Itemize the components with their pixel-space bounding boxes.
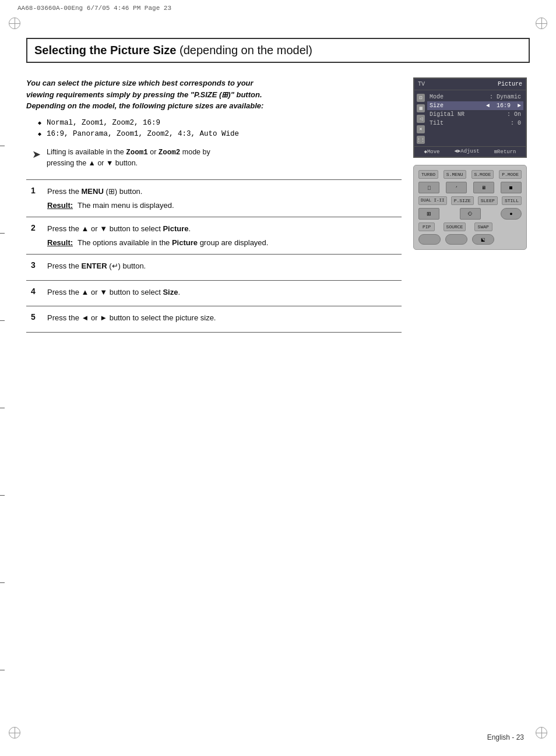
right-column: TV Picture ⊡ ▦ (413, 77, 530, 333)
remote-oval-2[interactable] (445, 234, 467, 245)
remote-row-3: PIP SOURCE SWAP (418, 222, 522, 231)
step-instruction-4: Press the ▲ or ▼ button to select Size. (47, 287, 397, 298)
remote-container: TURBO S.MENU S.MODE P.MODE ⎕ ⎖ 🖥 ⏹ (413, 165, 530, 250)
tv-icon-2: ▦ (417, 104, 425, 112)
tv-icon-5: ⋮⋮ (417, 136, 425, 144)
remote-btn-smode[interactable]: S.MODE (471, 170, 494, 179)
tick-mark-2 (0, 233, 5, 234)
page-container: AA68-03660A-00Eng 6/7/05 4:46 PM Page 23… (0, 0, 556, 756)
remote-btn-pmode[interactable]: P.MODE (499, 170, 522, 179)
remote-btn-sleep[interactable]: SLEEP (478, 196, 498, 205)
remote-icons-row-1: ⎕ ⎖ 🖥 ⏹ (418, 182, 522, 193)
tv-dnr-value: : On (507, 111, 521, 118)
intro-paragraph: You can select the picture size which be… (26, 77, 402, 112)
bullet-item-1: Normal, Zoom1, Zoom2, 16:9 (38, 119, 402, 127)
title-box: Selecting the Picture Size (depending on… (26, 38, 530, 63)
step-row-1: 1 Press the MENU (⊞) button. Result: The… (26, 180, 402, 217)
step-row-5: 5 Press the ◄ or ► button to select the … (26, 306, 402, 333)
tv-menu-items: Mode : Dynamic Size ◄ 16:9 ► (427, 93, 523, 144)
tv-picture-label: Picture (498, 81, 522, 87)
bullet-list: Normal, Zoom1, Zoom2, 16:9 16:9, Panoram… (38, 119, 402, 138)
content-layout: You can select the picture size which be… (26, 77, 530, 333)
result-text-2: The options available in the Picture gro… (78, 237, 268, 249)
tv-dnr-label: Digital NR (430, 111, 464, 118)
remote-icon-3[interactable]: 🖥 (473, 182, 494, 193)
step-row-4: 4 Press the ▲ or ▼ button to select Size… (26, 280, 402, 306)
remote-spacer (501, 222, 522, 231)
remote-btn-source[interactable]: SOURCE (444, 222, 466, 231)
remote-btn-smenu[interactable]: S.MENU (444, 170, 466, 179)
tv-row-tilt: Tilt : 0 (427, 119, 523, 128)
tv-icon-4: ✕ (417, 125, 425, 133)
page-title: Selecting the Picture Size (depending on… (34, 44, 312, 56)
file-header: AA68-03660A-00Eng 6/7/05 4:46 PM Page 23 (17, 5, 171, 12)
tv-screen-container: TV Picture ⊡ ▦ (413, 77, 530, 158)
remote-oval-3[interactable]: ⬕ (472, 234, 494, 245)
title-bold: Selecting the Picture Size (34, 44, 176, 56)
remote-icon-1[interactable]: ⎕ (418, 182, 439, 193)
remote-row-2: DUAL I-II P.SIZE SLEEP STILL (418, 196, 522, 205)
tv-tilt-label: Tilt (430, 120, 444, 126)
step-num-2: 2 (26, 217, 43, 255)
result-text-1: The main menu is displayed. (78, 200, 174, 211)
steps-table: 1 Press the MENU (⊞) button. Result: The… (26, 179, 402, 333)
tv-footer-return: ⊞Return (494, 149, 516, 155)
result-label-2: Result: (47, 237, 73, 249)
remote-icon-7[interactable]: ● (501, 208, 522, 220)
reg-mark-bottom-left (9, 727, 20, 739)
step-row-2: 2 Press the ▲ or ▼ button to select Pict… (26, 217, 402, 255)
note-arrow-icon: ➤ (32, 148, 41, 161)
tv-footer-move: ◆Move (424, 149, 439, 155)
step-num-3: 3 (26, 255, 43, 281)
remote-icons-row-2: ⊞ ⏲ ● (418, 208, 522, 220)
remote-icon-2[interactable]: ⎖ (446, 182, 467, 193)
tv-row-empty (427, 128, 523, 136)
reg-mark-bottom-right (536, 727, 547, 739)
step-instruction-1: Press the MENU (⊞) button. (47, 186, 397, 197)
remote-icons-row-3: ⬕ (418, 234, 522, 245)
page-footer: English - 23 (487, 733, 524, 741)
tick-mark-1 (0, 146, 5, 146)
tv-footer: ◆Move ◄►Adjust ⊞Return (414, 146, 526, 157)
remote-btn-still[interactable]: STILL (502, 196, 522, 205)
remote-control: TURBO S.MENU S.MODE P.MODE ⎕ ⎖ 🖥 ⏹ (413, 165, 527, 250)
remote-oval-1[interactable] (418, 234, 441, 245)
remote-row-1: TURBO S.MENU S.MODE P.MODE (418, 170, 522, 179)
remote-btn-turbo[interactable]: TURBO (418, 170, 438, 179)
tick-mark-3 (0, 320, 5, 321)
tv-menu-screen: TV Picture ⊡ ▦ (413, 77, 527, 158)
bullet-item-2: 16:9, Panorama, Zoom1, Zoom2, 4:3, Auto … (38, 130, 402, 138)
tv-size-arrows-value: ◄ 16:9 ► (486, 103, 521, 109)
step-instruction-5: Press the ◄ or ► button to select the pi… (47, 312, 397, 324)
tv-label: TV (418, 81, 425, 87)
tv-footer-adjust: ◄►Adjust (454, 149, 479, 155)
left-column: You can select the picture size which be… (26, 77, 402, 333)
remote-btn-swap[interactable]: SWAP (474, 222, 492, 231)
step-content-2: Press the ▲ or ▼ button to select Pictur… (43, 217, 402, 255)
tv-row-mode: Mode : Dynamic (427, 93, 523, 101)
reg-mark-top-left (9, 17, 20, 29)
step-result-2: Result: The options available in the Pic… (47, 237, 397, 249)
step-row-3: 3 Press the ENTER (↵) button. (26, 255, 402, 281)
remote-btn-dual[interactable]: DUAL I-II (418, 196, 447, 205)
step-num-4: 4 (26, 280, 43, 306)
tick-mark-4 (0, 408, 5, 408)
step-instruction-3: Press the ENTER (↵) button. (47, 260, 397, 272)
remote-icon-6[interactable]: ⏲ (460, 208, 481, 220)
tv-row-size: Size ◄ 16:9 ► (427, 101, 523, 110)
remote-btn-pip[interactable]: PIP (418, 222, 435, 231)
tv-row-dnr: Digital NR : On (427, 110, 523, 119)
remote-btn-psize[interactable]: P.SIZE (451, 196, 474, 205)
step-num-5: 5 (26, 306, 43, 333)
tv-mode-value: : Dynamic (490, 94, 521, 100)
remote-icon-4[interactable]: ⏹ (501, 182, 522, 193)
tick-mark-6 (0, 582, 5, 583)
main-content: Selecting the Picture Size (depending on… (26, 38, 530, 721)
tv-tilt-value: : 0 (511, 120, 521, 126)
tv-icons-column: ⊡ ▦ ◁ ✕ (417, 94, 425, 144)
note-text: Lifting is available in the Zoom1 or Zoo… (47, 147, 210, 169)
step-instruction-2: Press the ▲ or ▼ button to select Pictur… (47, 223, 397, 235)
tick-mark-5 (0, 495, 5, 496)
title-normal: (depending on the model) (176, 44, 312, 56)
remote-icon-5[interactable]: ⊞ (418, 208, 439, 220)
